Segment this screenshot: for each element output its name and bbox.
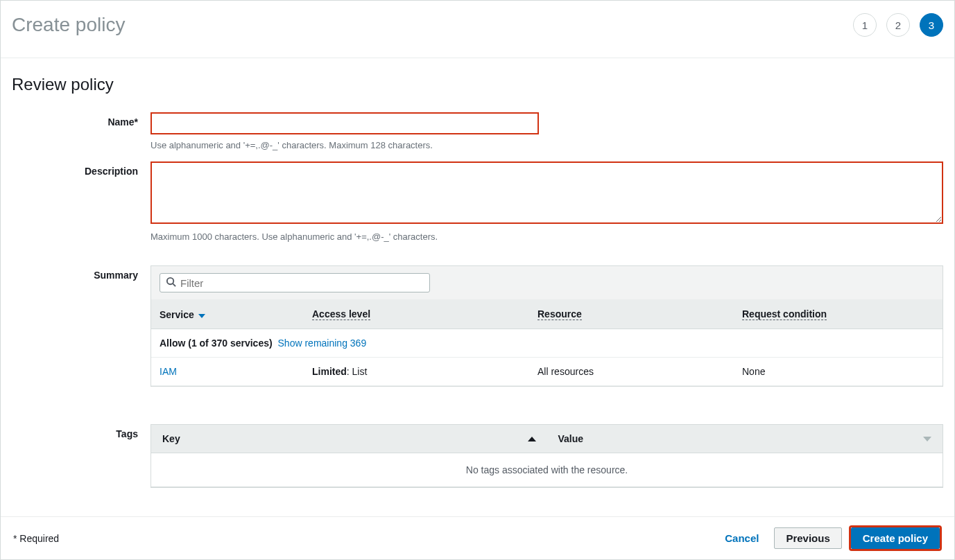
header: Create policy 1 2 3 [1, 1, 954, 58]
cancel-button[interactable]: Cancel [716, 528, 767, 548]
step-2[interactable]: 2 [886, 13, 910, 37]
filter-input-wrap[interactable] [160, 273, 430, 292]
page-container: Create policy 1 2 3 Review policy Name* … [0, 0, 955, 560]
col-access[interactable]: Access level [304, 300, 529, 329]
filter-input[interactable] [180, 277, 424, 289]
previous-button[interactable]: Previous [774, 527, 841, 549]
tags-col-key[interactable]: Key [151, 425, 547, 453]
row-description: Description Maximum 1000 characters. Use… [12, 161, 943, 242]
svg-line-1 [173, 283, 175, 286]
step-3[interactable]: 3 [920, 13, 943, 37]
svg-marker-2 [198, 314, 205, 318]
col-service-label: Service [160, 309, 194, 320]
svg-point-0 [167, 278, 173, 284]
row-name: Name* Use alphanumeric and '+=,.@-_' cha… [12, 112, 943, 150]
allow-row: Allow (1 of 370 services) Show remaining… [151, 329, 943, 358]
row-tags: Tags Key Value No tags associated with t… [12, 424, 943, 488]
summary-panel: Service Access level Resource Req [150, 265, 943, 387]
summary-row-iam: IAM Limited: List All resources None [151, 358, 943, 386]
summary-control: Service Access level Resource Req [150, 265, 943, 387]
name-control: Use alphanumeric and '+=,.@-_' character… [150, 112, 943, 150]
description-control: Maximum 1000 characters. Use alphanumeri… [150, 161, 943, 242]
required-note: * Required [13, 533, 59, 544]
description-input[interactable] [150, 161, 943, 224]
step-1[interactable]: 1 [853, 13, 877, 37]
name-hint: Use alphanumeric and '+=,.@-_' character… [150, 140, 943, 150]
sort-caret-down-icon [198, 309, 205, 320]
tags-panel: Key Value No tags associated with the re… [150, 424, 943, 488]
allow-text: Allow (1 of 370 services) [160, 338, 273, 349]
tags-key-label: Key [162, 433, 180, 444]
search-icon [166, 277, 180, 289]
name-input[interactable] [150, 112, 539, 134]
tags-label: Tags [12, 424, 150, 488]
col-access-label: Access level [312, 308, 370, 320]
tags-control: Key Value No tags associated with the re… [150, 424, 943, 488]
access-rest: : List [347, 366, 368, 377]
tags-col-value[interactable]: Value [547, 425, 943, 453]
create-button-highlight: Create policy [849, 525, 942, 551]
tags-value-label: Value [558, 433, 584, 444]
row-summary: Summary [12, 265, 943, 387]
page-title: Create policy [12, 14, 125, 36]
tags-empty-text: No tags associated with the resource. [151, 453, 943, 487]
access-bold: Limited [312, 366, 347, 377]
footer-actions: Cancel Previous Create policy [716, 525, 942, 551]
name-label: Name* [12, 112, 150, 150]
col-resource[interactable]: Resource [529, 300, 734, 329]
tags-head: Key Value [151, 425, 943, 453]
summary-filter-bar [151, 266, 943, 300]
section-title: Review policy [1, 58, 954, 101]
summary-columns: Service Access level Resource Req [151, 300, 943, 329]
col-condition[interactable]: Request condition [734, 300, 943, 329]
col-resource-label: Resource [537, 308, 582, 320]
wizard-steps: 1 2 3 [853, 13, 943, 37]
form-area: Name* Use alphanumeric and '+=,.@-_' cha… [1, 112, 954, 488]
description-hint: Maximum 1000 characters. Use alphanumeri… [150, 231, 943, 242]
service-cell: IAM [151, 358, 304, 385]
condition-cell: None [734, 358, 943, 385]
create-policy-button[interactable]: Create policy [851, 527, 940, 549]
access-cell: Limited: List [304, 358, 529, 385]
resource-cell: All resources [529, 358, 734, 385]
show-remaining-link[interactable]: Show remaining 369 [278, 338, 367, 349]
summary-label: Summary [12, 265, 150, 387]
sort-desc-icon [923, 437, 931, 441]
description-label: Description [12, 161, 150, 242]
sort-asc-icon [528, 437, 536, 441]
col-condition-label: Request condition [742, 308, 827, 320]
footer: * Required Cancel Previous Create policy [1, 516, 954, 559]
service-link[interactable]: IAM [160, 366, 177, 377]
col-service[interactable]: Service [151, 300, 304, 329]
